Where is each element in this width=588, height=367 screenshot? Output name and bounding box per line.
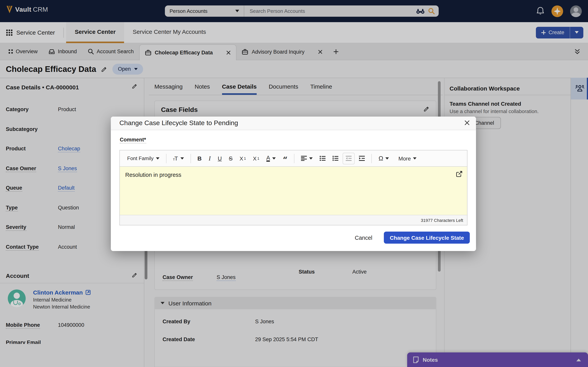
change-lifecycle-submit-button[interactable]: Change Case Lifecycle State: [384, 232, 470, 244]
font-size-select[interactable]: тT: [170, 152, 187, 164]
bullet-list-icon: [320, 156, 326, 161]
subscript-button[interactable]: X1: [250, 152, 262, 164]
character-counter: 31977 Characters Left: [120, 215, 467, 225]
divider: [372, 154, 372, 163]
font-size-glyph-large: T: [174, 155, 178, 162]
divider: [294, 154, 295, 163]
special-character-button[interactable]: Ω: [376, 152, 392, 164]
numbered-list-button[interactable]: [330, 152, 341, 164]
subscript-icon: X: [253, 155, 257, 161]
numbered-list-icon: [333, 156, 339, 161]
superscript-icon: X: [239, 155, 243, 161]
divider: [166, 154, 166, 163]
more-button[interactable]: More: [396, 152, 419, 164]
chevron-down-icon: [180, 157, 184, 159]
omega-icon: Ω: [379, 155, 383, 162]
rich-text-editor: Font Family тT B I U S X1 X1 A: [119, 150, 468, 225]
chevron-down-icon: [386, 157, 389, 159]
font-color-button[interactable]: A: [264, 152, 278, 164]
modal-actions: Cancel Change Case Lifecycle State: [355, 232, 473, 244]
chevron-down-icon: [413, 157, 417, 159]
italic-icon: I: [209, 155, 211, 162]
comment-label: Comment*: [120, 137, 146, 143]
outdent-icon: [346, 156, 352, 161]
open-editor-window-icon[interactable]: [456, 171, 462, 177]
chevron-down-icon: [273, 157, 276, 159]
more-label: More: [398, 155, 411, 161]
app-window: Vault CRM Person Accounts Search Person …: [0, 0, 588, 367]
editor-text-area[interactable]: Resolution in progress: [120, 167, 467, 215]
outdent-button[interactable]: [343, 152, 355, 164]
italic-button[interactable]: I: [206, 152, 213, 164]
modal-close-icon[interactable]: [464, 120, 470, 125]
underline-button[interactable]: U: [215, 152, 225, 164]
indent-button[interactable]: [356, 152, 368, 164]
indent-icon: [359, 156, 365, 161]
editor-toolbar: Font Family тT B I U S X1 X1 A: [120, 150, 467, 167]
blockquote-icon: “: [283, 158, 288, 162]
strikethrough-button[interactable]: S: [226, 152, 235, 164]
modal-title: Change Case Lifecycle State to Pending: [119, 119, 238, 127]
chevron-down-icon: [156, 157, 159, 159]
align-icon: [301, 156, 307, 161]
font-color-icon: A: [266, 155, 270, 161]
blockquote-button[interactable]: “: [280, 152, 290, 164]
superscript-button[interactable]: X1: [237, 152, 249, 164]
bold-button[interactable]: B: [195, 152, 204, 164]
alignment-select[interactable]: [298, 152, 315, 164]
editor-text: Resolution in progress: [125, 172, 181, 178]
divider: [190, 154, 191, 163]
modal-header: Change Case Lifecycle State to Pending: [111, 117, 476, 130]
strikethrough-icon: S: [229, 155, 233, 161]
cancel-button[interactable]: Cancel: [355, 234, 372, 241]
chevron-down-icon: [309, 157, 313, 159]
change-lifecycle-modal: Change Case Lifecycle State to Pending C…: [111, 117, 476, 251]
font-family-label: Font Family: [127, 155, 153, 161]
font-family-select[interactable]: Font Family: [124, 152, 162, 164]
underline-icon: U: [218, 155, 222, 161]
bullet-list-button[interactable]: [317, 152, 328, 164]
bold-icon: B: [197, 155, 202, 162]
